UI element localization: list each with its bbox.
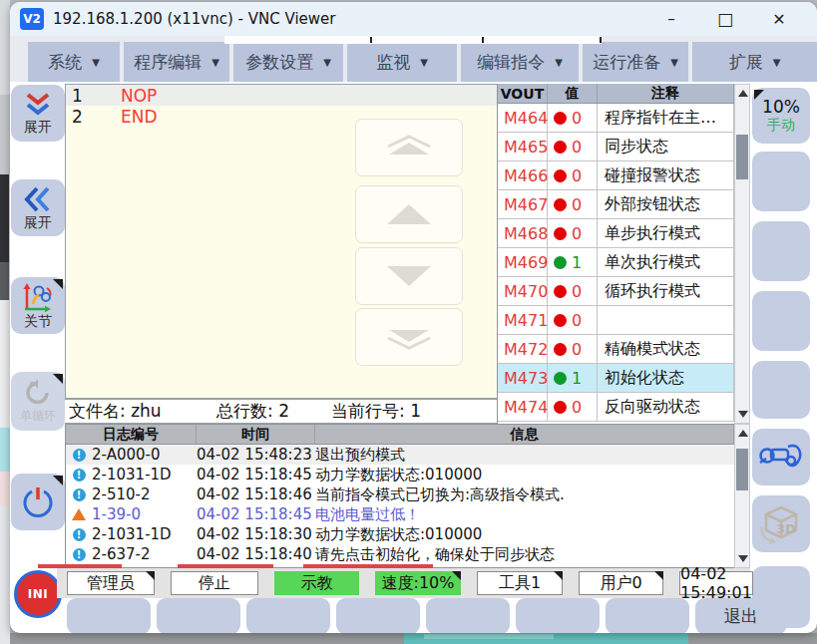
off-dot-icon xyxy=(554,343,567,356)
tool-button[interactable]: 工具1 xyxy=(477,571,563,595)
function-button[interactable] xyxy=(516,598,600,633)
vout-row[interactable]: M4710 xyxy=(498,306,734,335)
current-line-label: 当前行号: 1 xyxy=(331,400,421,423)
vout-scrollbar[interactable] xyxy=(734,84,750,424)
function-button[interactable] xyxy=(336,598,420,633)
menu-item-2[interactable]: 程序编辑▼ xyxy=(124,42,229,82)
vout-comment-cell: 初始化状态 xyxy=(598,364,734,393)
minimize-button[interactable]: – xyxy=(651,6,691,32)
warning-icon xyxy=(66,508,92,520)
exit-button[interactable]: 退出 xyxy=(695,598,787,633)
log-scrollbar[interactable] xyxy=(734,424,750,568)
info-icon: ! xyxy=(66,469,92,482)
log-id-cell: 2-1031-1D xyxy=(92,466,197,483)
vout-row[interactable]: M4691单次执行模式 xyxy=(498,248,734,277)
view-3d-button[interactable]: 3D xyxy=(752,495,810,552)
vout-row[interactable]: M4640程序指针在主… xyxy=(498,104,734,133)
vout-comment-cell: 同步状态 xyxy=(598,133,734,161)
off-dot-icon xyxy=(554,227,567,240)
vout-value-cell: 0 xyxy=(548,277,598,306)
speed-button[interactable]: 速度:10% xyxy=(375,571,461,595)
vout-value: 0 xyxy=(572,282,582,301)
user-frame-button[interactable]: 用户0 xyxy=(579,571,663,595)
function-button[interactable] xyxy=(246,598,330,633)
title-bar[interactable]: V2 192.168.1.200 (x11vnc) - VNC Viewer –… xyxy=(10,2,817,37)
scroll-up-icon[interactable] xyxy=(738,430,748,437)
speed-mode-button[interactable]: 10% 手动 xyxy=(752,88,810,144)
editor-line[interactable]: 1NOP xyxy=(66,85,497,106)
vout-row[interactable]: M4731初始化状态 xyxy=(498,364,734,393)
vnc-logo-icon: V2 xyxy=(20,8,44,30)
vout-row[interactable]: M4670外部按钮状态 xyxy=(498,190,734,219)
log-row[interactable]: !2-510-204-02 15:18:46当前指令模式已切换为:高级指令模式. xyxy=(66,484,734,504)
gamepad-button[interactable] xyxy=(752,429,810,485)
desktop-fragment xyxy=(0,262,9,300)
vout-value-cell: 0 xyxy=(548,219,598,248)
log-id-cell: 2-510-2 xyxy=(92,485,197,503)
menu-item-6[interactable]: 运行准备▼ xyxy=(583,42,688,82)
nav-page-down-button[interactable] xyxy=(355,308,463,366)
log-id-cell: 1-39-0 xyxy=(92,505,197,523)
log-row[interactable]: !2-1031-1D04-02 15:18:45动力学数据状态:010000 xyxy=(66,465,734,484)
scroll-down-icon[interactable] xyxy=(738,411,748,418)
vout-comment-cell xyxy=(598,306,734,335)
scroll-down-icon[interactable] xyxy=(738,555,748,562)
scroll-up-icon[interactable] xyxy=(738,90,748,97)
vout-row[interactable]: M4740反向驱动状态 xyxy=(498,393,734,422)
line-number: 1 xyxy=(66,86,121,106)
vout-row[interactable]: M4680单步执行模式 xyxy=(498,219,734,248)
log-row[interactable]: 1-39-004-02 15:18:45电池电量过低！ xyxy=(66,504,734,524)
off-dot-icon xyxy=(554,314,567,327)
log-row[interactable]: !2-1031-1D04-02 15:18:30动力学数据状态:010000 xyxy=(66,524,734,544)
panel-button[interactable] xyxy=(752,152,810,211)
sidebar-expand-left-button[interactable]: 展开 xyxy=(11,179,65,236)
panel-button[interactable] xyxy=(752,291,810,351)
nav-up-button[interactable] xyxy=(355,185,463,243)
log-row[interactable]: !2-A000-004-02 15:48:23退出预约模式 xyxy=(66,445,734,465)
program-editor[interactable]: 1NOP2END xyxy=(65,84,497,399)
vout-row[interactable]: M4700循环执行模式 xyxy=(498,277,734,306)
user-role-button[interactable]: 管理员 xyxy=(67,571,155,595)
clock-display: 04-02 15:49:01 xyxy=(679,571,753,595)
menu-item-3[interactable]: 参数设置▼ xyxy=(233,42,343,82)
close-button[interactable]: ✕ xyxy=(759,6,799,32)
sidebar-single-loop-button[interactable]: 单循环 xyxy=(11,372,65,431)
scrollbar-thumb[interactable] xyxy=(736,449,748,490)
menu-item-5[interactable]: 编辑指令▼ xyxy=(461,42,579,82)
log-row[interactable]: !2-637-204-02 15:18:40请先点击初始化，确保处于同步状态 xyxy=(66,544,734,564)
nav-down-button[interactable] xyxy=(355,247,463,305)
menu-item-1[interactable]: 系统▼ xyxy=(28,42,120,82)
panel-button[interactable] xyxy=(752,221,810,281)
function-button[interactable] xyxy=(157,598,240,633)
instruction-text: NOP xyxy=(121,86,157,106)
teach-mode-button[interactable]: 示教 xyxy=(274,571,359,595)
nav-page-up-button[interactable] xyxy=(355,119,463,176)
function-button[interactable] xyxy=(606,598,689,633)
log-message-cell: 电池电量过低！ xyxy=(315,505,734,524)
function-button[interactable] xyxy=(67,598,151,633)
menu-item-4[interactable]: 监视▼ xyxy=(347,42,457,82)
vout-row[interactable]: M4720精确模式状态 xyxy=(498,335,734,364)
function-button[interactable] xyxy=(426,598,510,633)
single-loop-icon xyxy=(23,379,53,407)
sidebar-expand-down-button[interactable]: 展开 xyxy=(11,85,65,142)
menu-item-7[interactable]: 扩展▼ xyxy=(692,42,817,82)
vout-row[interactable]: M4650同步状态 xyxy=(498,133,734,161)
vout-comment-cell: 循环执行模式 xyxy=(598,277,734,306)
sidebar-power-button[interactable] xyxy=(11,474,65,530)
panel-button[interactable] xyxy=(752,361,810,419)
maximize-button[interactable]: □ xyxy=(705,6,745,32)
scrollbar-thumb[interactable] xyxy=(736,135,748,179)
desktop-fragment xyxy=(0,428,10,472)
stop-button[interactable]: 停止 xyxy=(171,571,258,595)
log-id-cell: 2-1031-1D xyxy=(92,525,197,543)
vout-comment-cell: 外部按钮状态 xyxy=(598,190,734,219)
double-chevron-down-icon xyxy=(23,92,53,118)
vout-table: VOUT 值 注释 M4640程序指针在主…M4650同步状态M4660碰撞报警… xyxy=(497,84,734,424)
log-header-cell: 日志编号 xyxy=(66,425,197,444)
vout-id-cell: M471 xyxy=(498,306,548,335)
vout-value: 0 xyxy=(572,340,582,359)
vout-value-cell: 0 xyxy=(548,190,598,219)
vout-row[interactable]: M4660碰撞报警状态 xyxy=(498,161,734,190)
sidebar-joint-button[interactable]: 关节 xyxy=(11,277,65,334)
